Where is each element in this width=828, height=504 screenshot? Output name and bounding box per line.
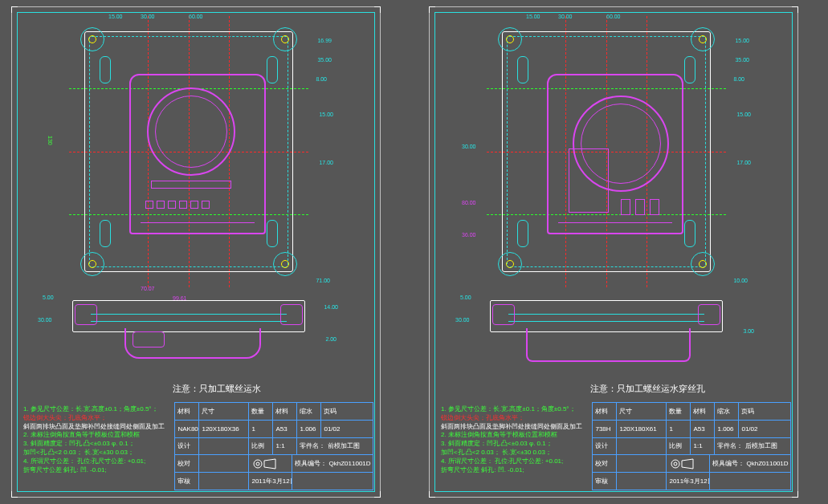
corner-hole-icon [498,27,522,51]
crop-mark-icon [374,491,381,498]
cell-label: 材料 [175,403,199,420]
general-notes: 1. 参见尺寸公差：长.宽.高度±0.1；角度±0.5°； 锐边倒大头尖；孔底角… [436,402,592,490]
section-end [698,304,720,325]
mold-plate-outline [502,31,711,272]
cell-blank [617,438,667,455]
cell-blank [710,473,790,490]
cavity-outline-rear [547,74,683,234]
title-row: 审核 2011年3月12日 [175,473,373,490]
dimension-label: 35.00 [317,57,332,63]
section-end [75,304,97,325]
drawing-sheet-rear: 15.00 30.00 60.00 15.00 35.00 8.00 15.00… [429,6,798,498]
cell-blank [617,473,667,490]
title-row: 校对 模具编号： QkhZ011001D [593,455,790,473]
section-view-front: 5.00 30.00 14.00 2.00 [60,296,317,376]
title-row: 设计 比例 1:1 零件名： 前模加工图 [175,438,373,456]
cell-label: 设计 [175,438,199,455]
cell-blank [199,473,249,490]
slot-icon [684,56,695,83]
corner-hole-icon [691,27,715,51]
note-line: 3. 斜面精度定：凹孔.凸<±0.03 φ. 0.1； [23,440,169,449]
dimension-label: 15.00 [736,112,751,117]
dimension-label: 70.07 [141,286,155,291]
cell-value: 120X180X36 [199,421,249,437]
dimension-label: 15.00 [526,14,540,19]
cell-value: 1:1 [691,438,715,455]
cell-label: 页码 [739,403,790,420]
cell-blank [199,455,249,472]
dimension-label: 15.00 [319,112,333,117]
title-row: 材料 尺寸 数量 材料 缩水 页码 [175,403,373,421]
dimension-label: 2.00 [325,336,337,342]
dimension-label: 30.00 [141,14,155,19]
dimension-label: 60.00 [189,14,203,19]
cell-label: 校对 [175,455,199,472]
svg-point-2 [671,460,679,468]
corner-hole-icon [80,252,104,276]
dimension-label: 36.00 [462,232,476,238]
cell-label: 设计 [593,438,617,455]
note-line: 锐边倒大头尖；孔底角水平； [23,414,169,423]
note-text-front: 注意：只加工螺丝运水 [173,383,261,395]
note-line: 3. 斜面精度定：凹孔.凸<±0.03 φ. 0.1； [441,440,587,449]
note-line: 折弯尺寸公差 斜孔: 凹. -0.01; [23,466,169,475]
parting-line [141,222,255,223]
cell-label: 材料 [273,403,297,420]
note-line: 4. 所谓尺寸公差： 孔位:孔尺寸公差: +0.01; [23,457,169,466]
projection-symbol-icon [669,458,696,469]
dimension-label: 30.00 [38,317,52,323]
cell-mold-no: 模具编号： QkhZ011001D [292,455,373,472]
note-line: 2. 未标注倒角按直角等于模板位置和模框 [23,431,169,440]
corner-hole-icon [273,252,297,276]
cell-label: 页码 [321,403,373,420]
slot-icon [684,220,695,247]
dimension-label: 60.00 [606,14,621,19]
dimension-label: 30.00 [558,14,573,19]
crop-mark-icon [429,491,435,498]
button-strip [151,181,231,189]
cell-label: 零件名： [717,441,743,450]
title-row: NAK80 120X180X36 1 A53 1.006 01/02 [175,421,373,438]
dimension-label: 30.00 [462,144,476,149]
cell-value: 尺寸 [617,403,667,420]
dimension-label: 3.00 [743,328,754,334]
section-body [526,328,691,362]
note-line: 4. 所谓尺寸公差： 孔位:孔尺寸公差: +0.01; [441,457,587,466]
dimension-label: 8.00 [316,76,327,82]
cell-value: 120X180X61 [617,421,667,437]
cell-label: 数量 [249,403,273,420]
section-end [280,304,303,325]
corner-hole-icon [80,27,104,51]
cell-value: QkhZ011001D [329,460,371,467]
note-line: 加凹<孔.凸<2 0.03； 长.宽<±30 0.03； [441,449,587,457]
cell-value: 1:1 [273,438,297,455]
title-row: 校对 模具编号： QkhZ011001D [175,455,373,473]
svg-point-1 [256,462,259,465]
section-band [508,314,704,322]
title-row: 738H 120X180X61 1 A53 1.006 01/02 [593,421,790,438]
cell-label: 缩水 [297,403,321,420]
dimension-label: 71.00 [316,278,330,283]
title-block-front: 1. 参见尺寸公差：长.宽.高度±0.1；角度±0.5°； 锐边倒大头尖；孔底角… [18,402,373,490]
section-view-rear: 5.00 30.00 3.00 [478,296,735,376]
cell-label: 零件名： [300,441,325,450]
cell-label: 比例 [249,438,273,455]
slot-icon [100,220,111,247]
dimension-label: 17.00 [319,160,333,165]
plan-view-rear: 15.00 30.00 60.00 15.00 35.00 8.00 15.00… [486,23,727,280]
dimension-label: 14.00 [324,304,338,310]
drawing-sheet-front: 15.00 30.00 60.00 16.99 35.00 8.00 15.00… [11,6,381,498]
title-row: 材料 尺寸 数量 材料 缩水 页码 [593,403,790,421]
cell-label: 数量 [667,403,691,420]
rear-compartment [569,148,609,213]
note-line: 1. 参见尺寸公差：长.宽.高度±0.1；角度±0.5°； [23,405,169,414]
title-row: 设计 比例 1:1 零件名： 后模加工图 [593,438,790,456]
cell-label: 模具编号： [295,459,327,468]
plan-view-front: 15.00 30.00 60.00 16.99 35.00 8.00 15.00… [68,23,309,280]
mold-plate-outline [84,31,293,272]
section-end [492,304,515,325]
general-notes: 1. 参见尺寸公差：长.宽.高度±0.1；角度±0.5°； 锐边倒大头尖；孔底角… [18,402,174,490]
crop-mark-icon [11,491,18,498]
cavity-outline-front [129,74,266,234]
cell-blank [617,455,667,472]
